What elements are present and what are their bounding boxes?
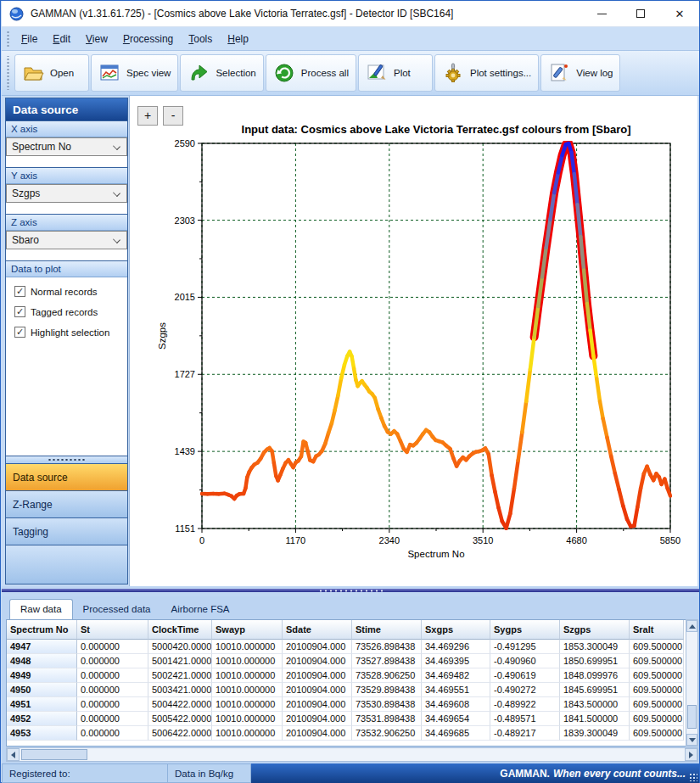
table-cell: 609.500000 (630, 697, 684, 712)
table-cell: 10010.000000 (212, 697, 283, 712)
tab-processed-data[interactable]: Processed data (73, 600, 161, 619)
minimize-button[interactable] (582, 1, 621, 27)
x-axis-dropdown[interactable]: Spectrum No (6, 137, 127, 156)
bottom-tab-bar: Raw data Processed data Airborne FSA (2, 596, 699, 619)
table-row[interactable]: 49490.0000005002421.000010010.0000002010… (7, 668, 686, 683)
table-cell: 0.000000 (77, 712, 148, 726)
table-cell: 73526.898438 (352, 640, 422, 654)
table-cell: -0.490960 (490, 654, 560, 668)
svg-text:1727: 1727 (175, 369, 195, 379)
table-row[interactable]: 49510.0000005004422.000010010.0000002010… (7, 697, 686, 712)
brand-slogan: When every count counts... (553, 768, 686, 780)
y-axis-dropdown[interactable]: Szgps (6, 184, 127, 203)
resize-grip[interactable] (689, 773, 697, 781)
menu-item-view[interactable]: View (78, 30, 115, 48)
table-row[interactable]: 49530.0000005006422.000010010.0000002010… (7, 726, 686, 741)
svg-text:2590: 2590 (175, 138, 195, 148)
horizontal-splitter[interactable] (2, 586, 699, 596)
table-row[interactable]: 49500.0000005003421.000010010.0000002010… (7, 683, 686, 697)
svg-text:1151: 1151 (175, 523, 195, 534)
nav-tagging[interactable]: Tagging (6, 517, 127, 545)
scroll-left-button[interactable] (7, 748, 20, 761)
horizontal-scroll-thumb[interactable] (21, 749, 87, 760)
table-horizontal-scrollbar[interactable] (6, 747, 698, 762)
table-cell: 609.500000 (630, 640, 684, 654)
svg-text:Input data: Cosmics above Lake: Input data: Cosmics above Lake Victoria … (242, 123, 631, 136)
x-axis-label: X axis (6, 120, 127, 137)
table-cell: 0.000000 (77, 668, 148, 683)
scroll-up-button[interactable] (686, 620, 697, 632)
table-cell: 20100904.000 (283, 726, 352, 741)
open-button[interactable]: Open (14, 54, 89, 92)
menu-item-tools[interactable]: Tools (181, 30, 220, 48)
normal-records-checkbox[interactable]: ✓ Normal records (14, 286, 127, 297)
open-folder-icon (22, 62, 44, 84)
table-row[interactable]: 49520.0000005005422.000010010.0000002010… (7, 712, 686, 726)
registered-to-pane: Registered to: (2, 763, 168, 783)
spec-view-button[interactable]: Spec view (91, 54, 178, 92)
close-button[interactable]: ✕ (660, 1, 699, 27)
scroll-down-button[interactable] (686, 734, 697, 746)
nav-data-source[interactable]: Data source (6, 463, 127, 490)
panel-splitter-handle[interactable] (6, 456, 127, 463)
table-panel: Spectrum NoStClockTimeSwaypSdateStimeSxg… (2, 619, 699, 763)
column-header: Szgps (560, 620, 630, 640)
main-toolbar: Open Spec view Selection Process al (2, 50, 699, 96)
view-log-button[interactable]: View log (540, 54, 620, 92)
tab-raw-data[interactable]: Raw data (9, 599, 73, 619)
menu-item-file[interactable]: File (14, 30, 45, 48)
chevron-down-icon (113, 189, 120, 197)
table-cell: 10010.000000 (212, 726, 283, 741)
chevron-down-icon (113, 143, 120, 150)
table-cell: 34.469296 (422, 640, 490, 654)
process-all-button[interactable]: Process all (266, 54, 356, 92)
y-axis-label: Y axis (6, 167, 127, 184)
highlight-selection-checkbox[interactable]: ✓ Highlight selection (14, 327, 127, 338)
nav-z-range[interactable]: Z-Range (6, 490, 127, 517)
plot-brush-icon (366, 62, 388, 84)
table-cell: 1843.500000 (560, 697, 630, 712)
vertical-scroll-thumb[interactable] (687, 705, 697, 729)
table-cell: 5005422.0000 (148, 712, 212, 726)
column-header: Swayp (212, 620, 283, 640)
table-header-row: Spectrum NoStClockTimeSwaypSdateStimeSxg… (7, 620, 686, 640)
table-cell: 0.000000 (77, 640, 148, 654)
tagged-records-checkbox[interactable]: ✓ Tagged records (14, 306, 127, 317)
table-cell: 0.000000 (77, 654, 148, 668)
menu-item-help[interactable]: Help (220, 30, 256, 48)
table-row[interactable]: 49480.0000005001421.000010010.0000002010… (7, 654, 686, 668)
table-row[interactable]: 49470.0000005000420.000010010.0000002010… (7, 640, 686, 654)
data-source-panel: Data source X axis Spectrum No Y axis Sz… (5, 98, 128, 584)
table-cell: 609.500000 (630, 683, 684, 697)
menu-item-processing[interactable]: Processing (115, 30, 181, 48)
app-window: GAMMAN (v1.31.61.725) - [Cosmics above L… (0, 0, 700, 783)
menu-item-edit[interactable]: Edit (45, 30, 78, 48)
column-header: Sralt (630, 620, 684, 640)
table-cell: 73532.906250 (352, 726, 422, 741)
table-cell: 1845.699951 (560, 683, 630, 697)
column-header: Sdate (283, 620, 352, 640)
table-vertical-scrollbar[interactable] (686, 619, 698, 747)
z-axis-dropdown[interactable]: Sbaro (6, 231, 127, 249)
svg-text:2340: 2340 (379, 535, 400, 545)
svg-text:5850: 5850 (660, 535, 680, 545)
table-cell: 73530.898438 (352, 697, 422, 712)
table-cell: 73529.898438 (352, 683, 422, 697)
table-cell: 10010.000000 (212, 683, 283, 697)
table-cell: 73527.898438 (352, 654, 422, 668)
toolbar-grip[interactable] (6, 56, 10, 90)
plot-settings-button[interactable]: Plot settings... (434, 54, 539, 92)
table-cell: 4948 (7, 654, 77, 668)
table-cell: 20100904.000 (283, 697, 352, 712)
table-cell: 4950 (7, 683, 77, 697)
scroll-right-button[interactable] (685, 748, 697, 761)
plot-button[interactable]: Plot (358, 54, 433, 92)
table-cell: 609.500000 (630, 668, 684, 683)
svg-text:2015: 2015 (175, 292, 195, 302)
data-to-plot-label: Data to plot (6, 260, 127, 277)
tab-airborne-fsa[interactable]: Airborne FSA (161, 600, 240, 619)
selection-button[interactable]: Selection (180, 54, 263, 92)
table-cell: 1848.099976 (560, 668, 630, 683)
maximize-button[interactable] (621, 1, 660, 27)
menu-grip[interactable] (6, 31, 10, 47)
